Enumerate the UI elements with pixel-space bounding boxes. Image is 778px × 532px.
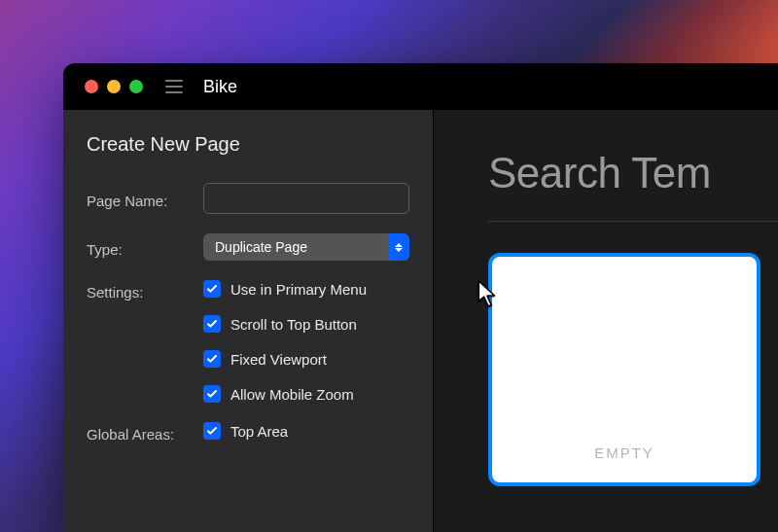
main-pane: Search Tem EMPTY (433, 110, 778, 532)
main-heading: Search Tem (488, 149, 778, 197)
page-name-label: Page Name: (87, 189, 203, 209)
setting-fixed-viewport[interactable]: Fixed Viewport (203, 350, 409, 368)
settings-label: Settings: (87, 280, 203, 301)
close-window-button[interactable] (85, 80, 98, 93)
global-area-top[interactable]: Top Area (203, 422, 409, 440)
fullscreen-window-button[interactable] (129, 80, 143, 93)
checkbox-checked-icon (203, 280, 221, 298)
checkbox-checked-icon (203, 385, 221, 403)
checkbox-checked-icon (203, 315, 221, 333)
sidebar-panel: Create New Page Page Name: Type: Duplica… (63, 110, 433, 532)
minimize-window-button[interactable] (107, 80, 121, 93)
divider (488, 221, 778, 222)
type-select-value: Duplicate Page (203, 233, 388, 261)
template-card[interactable]: EMPTY (488, 253, 760, 486)
type-select[interactable]: Duplicate Page (203, 233, 409, 261)
setting-label: Use in Primary Menu (230, 281, 367, 298)
setting-mobile-zoom[interactable]: Allow Mobile Zoom (203, 385, 409, 403)
setting-label: Fixed Viewport (230, 351, 327, 368)
setting-scroll-top[interactable]: Scroll to Top Button (203, 315, 409, 333)
titlebar: Bike (63, 63, 778, 110)
template-empty-label: EMPTY (594, 444, 654, 461)
section-title: Create New Page (87, 133, 409, 156)
global-areas-label: Global Areas: (87, 422, 203, 443)
page-name-input[interactable] (203, 183, 409, 214)
app-title: Bike (203, 77, 237, 97)
global-area-label: Top Area (230, 423, 288, 440)
setting-label: Allow Mobile Zoom (230, 386, 354, 403)
setting-use-primary-menu[interactable]: Use in Primary Menu (203, 280, 409, 298)
setting-label: Scroll to Top Button (230, 316, 357, 333)
chevron-up-down-icon (388, 233, 409, 261)
checkbox-checked-icon (203, 350, 221, 368)
app-window: Bike Create New Page Page Name: Type: Du… (63, 63, 778, 532)
menu-icon[interactable] (165, 80, 183, 93)
checkbox-checked-icon (203, 422, 221, 440)
type-label: Type: (87, 237, 203, 258)
